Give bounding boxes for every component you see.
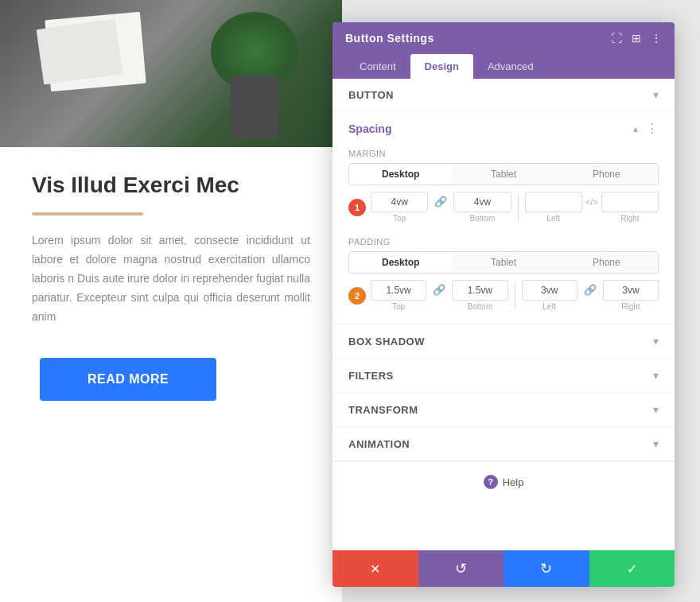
padding-bottom-wrapper: Bottom (452, 280, 508, 311)
button-section-row[interactable]: Button ▾ (332, 79, 675, 111)
padding-link-icon[interactable]: 🔗 (433, 284, 445, 307)
margin-separator (518, 194, 519, 221)
padding-input-row: 2 Top 🔗 Bottom Left (332, 280, 675, 314)
hero-image (0, 0, 342, 147)
margin-right-input[interactable] (601, 192, 659, 212)
transform-section[interactable]: Transform ▾ (332, 393, 675, 427)
button-section-label: Button (348, 89, 394, 101)
margin-input-row: 1 Top 🔗 Bottom Left (332, 192, 675, 226)
article-body: Lorem ipsum dolor sit amet, consecte inc… (32, 231, 310, 326)
spacing-dots-icon[interactable]: ⋮ (646, 121, 659, 136)
padding-bottom-label: Bottom (468, 302, 493, 311)
filters-section[interactable]: Filters ▾ (332, 359, 675, 393)
padding-top-wrapper: Top (371, 280, 426, 311)
margin-bottom-label: Bottom (470, 214, 496, 223)
padding-left-wrapper: Left (522, 280, 578, 311)
reset-button[interactable]: ↺ (418, 550, 504, 587)
action-bar: ✕ ↺ ↻ ✓ (332, 550, 675, 587)
margin-tablet-tab[interactable]: Tablet (452, 164, 554, 184)
padding-input-group: Top 🔗 Bottom Left 🔗 Right (371, 280, 659, 311)
margin-left-wrapper: Left (525, 192, 582, 223)
settings-panel: Button Settings ⛶ ⊞ ⋮ Content Design Adv… (332, 22, 675, 587)
filters-label: Filters (348, 370, 394, 382)
panel-body: Button ▾ Spacing ▴ ⋮ Margin Desktop Tabl… (332, 79, 675, 550)
cancel-button[interactable]: ✕ (332, 550, 418, 587)
margin-top-input[interactable] (371, 192, 428, 212)
margin-right-label: Right (620, 214, 639, 223)
padding-right-link-icon[interactable]: 🔗 (584, 284, 597, 307)
spacing-title: Spacing (348, 122, 391, 135)
margin-right-wrapper: Right (601, 192, 659, 223)
spacing-section: Spacing ▴ ⋮ Margin Desktop Tablet Phone … (332, 111, 675, 324)
panel-header-icons: ⛶ ⊞ ⋮ (611, 32, 662, 45)
padding-device-tabs: Desktop Tablet Phone (348, 251, 659, 274)
padding-left-label: Left (542, 302, 556, 311)
help-icon[interactable]: ? (484, 475, 498, 489)
box-shadow-label: Box Shadow (348, 336, 425, 348)
article-title: Vis Illud Exerci Mec (32, 171, 310, 200)
margin-label: Margin (332, 146, 675, 163)
animation-label: Animation (348, 438, 410, 450)
padding-top-input[interactable] (371, 280, 426, 301)
padding-bottom-input[interactable] (452, 280, 508, 301)
margin-step-badge: 1 (348, 199, 366, 216)
padding-top-label: Top (392, 302, 405, 311)
animation-section[interactable]: Animation ▾ (332, 427, 675, 461)
box-shadow-section[interactable]: Box Shadow ▾ (332, 324, 675, 359)
more-icon[interactable]: ⋮ (651, 32, 662, 45)
padding-left-input[interactable] (522, 280, 578, 301)
button-chevron-icon: ▾ (653, 88, 659, 101)
panel-title: Button Settings (345, 32, 434, 45)
margin-bottom-input[interactable] (453, 192, 511, 212)
padding-right-wrapper: Right (603, 280, 659, 311)
spacing-header: Spacing ▴ ⋮ (332, 111, 675, 146)
save-button[interactable]: ✓ (589, 550, 675, 587)
margin-phone-tab[interactable]: Phone (555, 164, 658, 184)
help-row: ? Help (332, 461, 675, 502)
margin-input-group: Top 🔗 Bottom Left </> Right (371, 192, 659, 223)
spacing-header-right: ▴ ⋮ (633, 121, 659, 136)
padding-step-badge: 2 (348, 287, 366, 305)
margin-device-tabs: Desktop Tablet Phone (348, 163, 659, 185)
margin-left-label: Left (546, 214, 560, 223)
margin-left-input[interactable] (525, 192, 582, 212)
transform-label: Transform (348, 404, 418, 416)
padding-separator (515, 282, 515, 309)
columns-icon[interactable]: ⊞ (632, 32, 641, 45)
spacing-chevron-icon[interactable]: ▴ (633, 123, 638, 134)
redo-button[interactable]: ↻ (504, 550, 589, 587)
transform-chevron-icon: ▾ (653, 403, 659, 416)
margin-desktop-tab[interactable]: Desktop (349, 164, 452, 184)
title-underline (32, 212, 143, 216)
tab-advanced[interactable]: Advanced (473, 54, 548, 79)
content-panel: Vis Illud Exerci Mec Lorem ipsum dolor s… (0, 0, 342, 602)
padding-right-input[interactable] (603, 280, 659, 301)
tab-design[interactable]: Design (410, 54, 473, 79)
padding-phone-tab[interactable]: Phone (555, 252, 658, 273)
padding-desktop-tab[interactable]: Desktop (349, 252, 452, 273)
panel-tabs: Content Design Advanced (332, 54, 675, 79)
margin-slash-icon: </> (585, 197, 598, 218)
margin-top-wrapper: Top (371, 192, 428, 223)
margin-link-icon[interactable]: 🔗 (434, 196, 447, 219)
padding-tablet-tab[interactable]: Tablet (452, 252, 554, 273)
padding-right-label: Right (621, 302, 640, 311)
tab-content[interactable]: Content (345, 54, 410, 79)
filters-chevron-icon: ▾ (653, 369, 659, 382)
content-area: Vis Illud Exerci Mec Lorem ipsum dolor s… (0, 147, 342, 425)
help-text: Help (503, 476, 524, 488)
animation-chevron-icon: ▾ (653, 437, 659, 450)
margin-bottom-wrapper: Bottom (453, 192, 511, 223)
padding-label: Padding (332, 234, 675, 251)
read-more-button[interactable]: Read More (40, 358, 216, 401)
plant-pot (231, 76, 278, 139)
resize-icon[interactable]: ⛶ (611, 32, 622, 45)
box-shadow-chevron-icon: ▾ (653, 335, 659, 348)
margin-top-label: Top (393, 214, 406, 223)
panel-header: Button Settings ⛶ ⊞ ⋮ (332, 22, 675, 54)
